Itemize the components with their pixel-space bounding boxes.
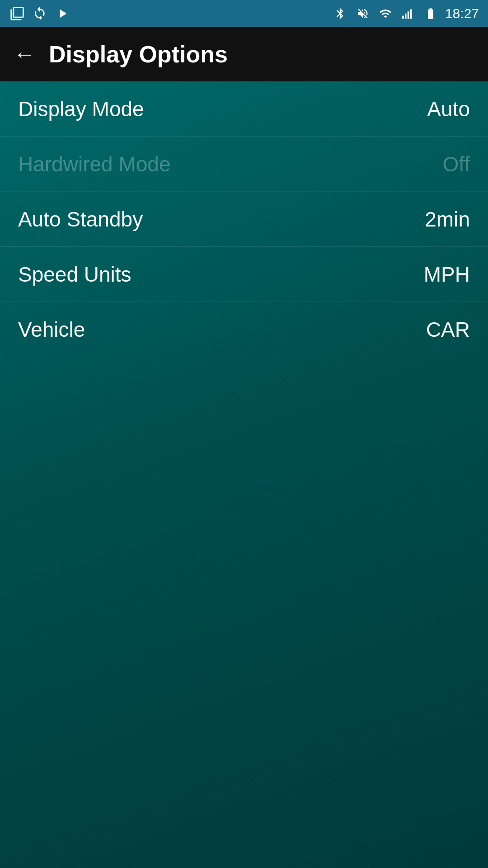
svg-rect-2 [408,11,409,19]
mute-icon [355,5,371,22]
display-mode-label: Display Mode [18,97,144,121]
hardwired-mode-value: Off [442,152,470,176]
sync-icon [32,5,48,22]
settings-list: Display Mode Auto Hardwired Mode Off Aut… [0,81,488,357]
auto-standby-value: 2min [425,207,470,231]
vehicle-value: CAR [426,317,470,342]
bluetooth-icon [332,5,348,22]
status-bar-left-icons [9,5,70,22]
svg-rect-3 [410,9,412,19]
status-bar: 18:27 [0,0,488,27]
settings-item-auto-standby[interactable]: Auto Standby 2min [0,192,488,247]
status-time: 18:27 [445,6,479,21]
settings-item-speed-units[interactable]: Speed Units MPH [0,247,488,302]
signal-icon [400,5,416,22]
display-mode-value: Auto [427,97,470,121]
battery-icon [422,5,439,22]
settings-item-display-mode[interactable]: Display Mode Auto [0,81,488,137]
auto-standby-label: Auto Standby [18,207,143,231]
vehicle-label: Vehicle [18,317,85,342]
back-button[interactable]: ← [14,43,35,65]
speed-units-label: Speed Units [18,262,131,287]
app-bar: ← Display Options [0,27,488,81]
screenshot-icon [9,5,25,22]
wifi-icon [377,5,394,22]
page-title: Display Options [49,41,228,68]
speed-units-value: MPH [424,262,470,287]
play-icon [54,5,70,22]
svg-rect-1 [405,14,407,19]
hardwired-mode-label: Hardwired Mode [18,152,170,176]
settings-item-vehicle[interactable]: Vehicle CAR [0,302,488,357]
svg-rect-0 [402,16,404,19]
status-bar-right-icons: 18:27 [332,5,479,22]
settings-item-hardwired-mode: Hardwired Mode Off [0,137,488,192]
